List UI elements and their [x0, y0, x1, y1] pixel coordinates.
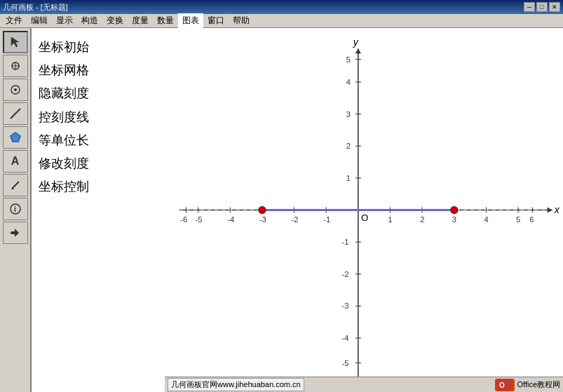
svg-marker-0	[11, 37, 19, 47]
svg-text:-6: -6	[180, 215, 187, 224]
svg-text:3: 3	[346, 110, 351, 119]
svg-text:-5: -5	[342, 359, 349, 367]
tool-pointer[interactable]	[3, 31, 28, 53]
svg-text:O: O	[499, 381, 505, 389]
menu-number[interactable]: 数量	[153, 13, 178, 28]
svg-line-6	[11, 109, 20, 119]
svg-text:-4: -4	[342, 334, 349, 342]
svg-text:2: 2	[346, 142, 351, 150]
svg-text:-3: -3	[342, 302, 349, 310]
svg-text:-2: -2	[342, 270, 349, 278]
tool-compass[interactable]	[3, 79, 28, 101]
svg-text:-3: -3	[259, 215, 266, 224]
office-logo-area: O Office教程网	[495, 379, 560, 391]
tool-line[interactable]	[3, 102, 28, 125]
svg-text:4: 4	[346, 78, 351, 86]
graph-menu-panel: 坐标初始 坐标网格 隐藏刻度 控刻度线 等单位长 修改刻度 坐标控制	[32, 28, 165, 392]
tool-info[interactable]: i	[3, 198, 28, 220]
menu-item-coord-control[interactable]: 坐标控制	[39, 178, 158, 196]
svg-marker-18	[355, 48, 361, 53]
svg-text:-1: -1	[342, 238, 349, 246]
svg-text:y: y	[353, 36, 359, 48]
svg-line-8	[12, 182, 19, 189]
tool-point[interactable]	[3, 55, 28, 77]
minimize-button[interactable]: ─	[524, 2, 535, 12]
svg-text:-2: -2	[292, 215, 299, 224]
main-layout: A i 坐标初始 坐标网格 隐藏刻度 控刻度线	[0, 28, 563, 392]
menu-help[interactable]: 帮助	[229, 13, 254, 28]
watermark-text: 几何画板官网www.jihehuaban.com.cn	[168, 378, 304, 391]
svg-text:2: 2	[420, 215, 424, 224]
svg-text:4: 4	[484, 215, 488, 224]
menu-transform[interactable]: 变换	[102, 13, 128, 28]
svg-text:-1: -1	[323, 215, 330, 224]
menu-file[interactable]: 文件	[1, 13, 27, 28]
menu-item-grid[interactable]: 坐标网格	[39, 62, 158, 79]
menu-item-hide-ticks[interactable]: 隐藏刻度	[39, 85, 158, 102]
svg-text:1: 1	[388, 215, 392, 224]
window-controls: ─ □ ✕	[524, 2, 560, 12]
menu-item-tick-lines[interactable]: 控刻度线	[39, 109, 158, 126]
menu-measure[interactable]: 度量	[128, 13, 153, 28]
office-logo-text: Office教程网	[517, 379, 560, 390]
menu-item-modify-ticks[interactable]: 修改刻度	[39, 155, 158, 173]
tool-polygon[interactable]	[3, 126, 28, 149]
menu-construct[interactable]: 构造	[77, 13, 102, 28]
svg-point-68	[259, 206, 266, 213]
svg-text:i: i	[14, 205, 16, 213]
svg-text:3: 3	[452, 215, 456, 224]
tool-pencil[interactable]	[3, 174, 28, 196]
svg-text:5: 5	[346, 55, 351, 64]
svg-text:-4: -4	[227, 215, 234, 224]
office-logo-icon: O	[495, 379, 515, 391]
title-text: 几何画板 - [无标题]	[3, 2, 68, 13]
graph-area[interactable]: y x O -1 -2 -3 -4 -5	[165, 28, 563, 392]
menu-display[interactable]: 显示	[52, 13, 77, 28]
svg-point-13	[11, 231, 13, 234]
svg-point-69	[451, 206, 458, 213]
menu-edit[interactable]: 编辑	[27, 13, 52, 28]
svg-text:-5: -5	[196, 215, 203, 224]
coordinate-plane: y x O -1 -2 -3 -4 -5	[165, 28, 563, 392]
svg-text:x: x	[554, 204, 560, 215]
title-bar: 几何画板 - [无标题] ─ □ ✕	[0, 0, 563, 14]
close-button[interactable]: ✕	[549, 2, 560, 12]
content-area: 坐标初始 坐标网格 隐藏刻度 控刻度线 等单位长 修改刻度 坐标控制	[32, 28, 563, 392]
svg-text:5: 5	[516, 215, 520, 224]
svg-marker-7	[11, 133, 20, 142]
svg-text:1: 1	[346, 174, 351, 182]
tool-text[interactable]: A	[3, 150, 28, 173]
bottom-bar: 几何画板官网www.jihehuaban.com.cn O Office教程网	[165, 377, 563, 392]
svg-text:O: O	[361, 212, 368, 223]
svg-text:6: 6	[529, 215, 534, 224]
menu-bar: 文件 编辑 显示 构造 变换 度量 数量 图表 窗口 帮助	[0, 14, 563, 28]
menu-window[interactable]: 窗口	[203, 13, 229, 28]
svg-marker-16	[548, 207, 552, 212]
menu-item-equal-unit[interactable]: 等单位长	[39, 132, 158, 149]
toolbar: A i	[0, 28, 32, 392]
tool-arrow[interactable]	[3, 222, 28, 244]
menu-graph[interactable]: 图表	[178, 13, 203, 28]
svg-point-5	[14, 88, 17, 91]
menu-item-origin[interactable]: 坐标初始	[39, 39, 158, 56]
maximize-button[interactable]: □	[536, 2, 548, 12]
